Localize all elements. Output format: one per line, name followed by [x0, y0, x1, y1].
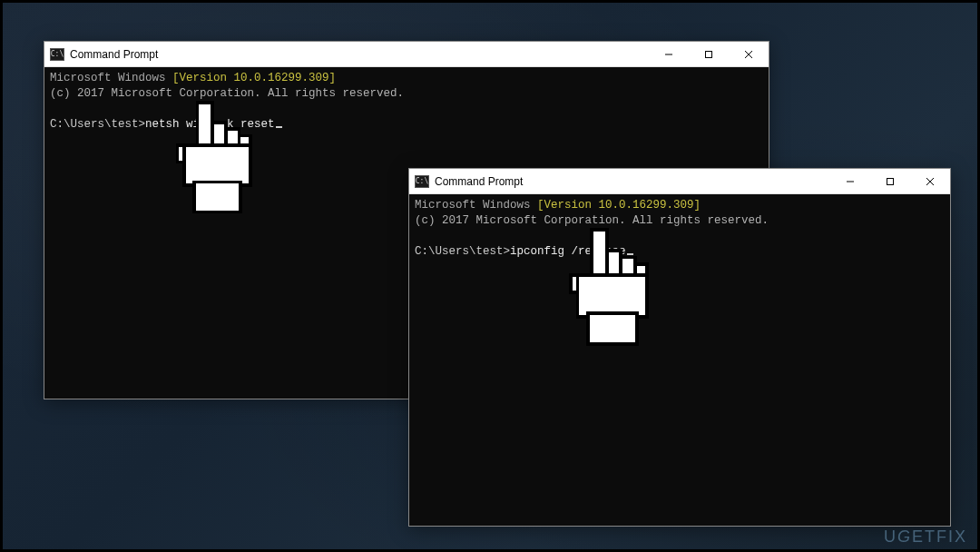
- window-controls: [830, 169, 950, 193]
- window-title: Command Prompt: [435, 175, 830, 188]
- version-number: [Version 10.0.16299.309]: [172, 72, 336, 84]
- prompt-path: C:\Users\test>: [415, 245, 510, 258]
- window-controls: [649, 42, 769, 66]
- version-prefix: Microsoft Windows: [415, 199, 531, 212]
- minimize-button[interactable]: [649, 42, 689, 66]
- prompt-path: C:\Users\test>: [50, 118, 145, 131]
- close-button[interactable]: [910, 169, 950, 193]
- close-button[interactable]: [729, 42, 769, 66]
- maximize-button[interactable]: [689, 42, 729, 66]
- cursor-icon: [276, 126, 282, 128]
- typed-command: netsh winsock reset: [145, 118, 275, 131]
- titlebar[interactable]: C:\ Command Prompt: [44, 42, 769, 67]
- maximize-button[interactable]: [870, 169, 910, 193]
- cmd-icon: C:\: [415, 175, 429, 188]
- cursor-icon: [627, 253, 633, 255]
- version-number: [Version 10.0.16299.309]: [537, 199, 701, 212]
- command-prompt-window-2: C:\ Command Prompt Microsoft Windows [Ve…: [408, 168, 951, 527]
- typed-command: ipconfig /release: [510, 245, 626, 258]
- svg-rect-1: [706, 51, 712, 57]
- copyright-line: (c) 2017 Microsoft Corporation. All righ…: [415, 214, 769, 227]
- cmd-icon: C:\: [50, 48, 64, 61]
- titlebar[interactable]: C:\ Command Prompt: [409, 169, 950, 194]
- window-title: Command Prompt: [70, 48, 649, 61]
- svg-rect-5: [887, 178, 894, 184]
- copyright-line: (c) 2017 Microsoft Corporation. All righ…: [50, 87, 404, 100]
- terminal-output[interactable]: Microsoft Windows [Version 10.0.16299.30…: [409, 194, 950, 526]
- minimize-button[interactable]: [830, 169, 870, 193]
- version-prefix: Microsoft Windows: [50, 72, 166, 84]
- watermark: UGETFIX: [884, 527, 967, 547]
